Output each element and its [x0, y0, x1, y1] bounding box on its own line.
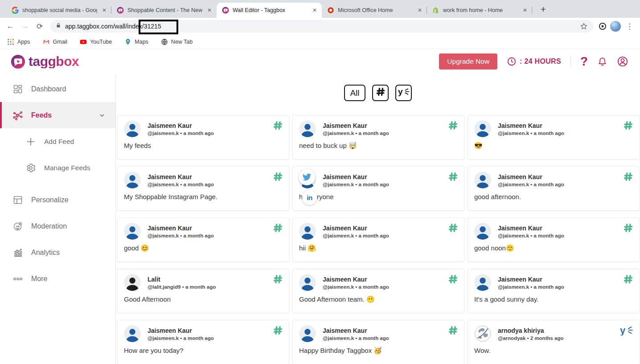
post-content: It's a good sunny day.: [474, 295, 633, 303]
tab-close-button[interactable]: ✕: [416, 7, 423, 13]
tab-close-button[interactable]: ✕: [311, 7, 318, 13]
extension-icon[interactable]: [598, 22, 607, 31]
browser-tab-work-from-home-home[interactable]: work from home - Home ✕: [427, 3, 532, 18]
browser-tab-microsoft-office-home[interactable]: Microsoft Office Home ✕: [322, 3, 427, 18]
post-card[interactable]: Lalit @lalit.jangid9 • a month ago Good …: [117, 269, 289, 313]
post-card[interactable]: Jaismeen Kaur @jaismeen.k • a month ago …: [468, 115, 640, 160]
post-avatar: [299, 223, 316, 240]
yammer-icon: y: [620, 325, 633, 335]
app-header: taggbox Upgrade Now : 24 HOURS ?: [0, 49, 640, 74]
sidebar-item-dashboard[interactable]: Dashboard: [0, 76, 115, 102]
post-content: good noon🙂: [474, 244, 633, 252]
sidebar-item-moderation[interactable]: Moderation: [0, 213, 115, 239]
post-author-name: Jaismeen Kaur: [498, 276, 564, 283]
filter-yammer-button[interactable]: y: [395, 85, 412, 101]
browser-toolbar: ← → ⟳ app.taggbox.com/wall/index/31215 ⋮: [0, 18, 640, 35]
post-card[interactable]: Jaismeen Kaur @jaismeen.k • a month ago …: [292, 166, 464, 211]
post-card[interactable]: Jaismeen Kaur @jaismeen.k • a month ago …: [117, 320, 289, 364]
browser-profile-avatar[interactable]: [610, 21, 621, 32]
post-card[interactable]: Jaismeen Kaur @jaismeen.k • a month ago …: [117, 115, 289, 160]
custom-feed-hashtag-icon: [273, 172, 283, 182]
tab-title: work from home - Home: [443, 7, 518, 13]
post-card[interactable]: Jaismeen Kaur @jaismeen.k • a month ago …: [292, 320, 464, 364]
post-author-name: arnodya khiriya: [498, 327, 564, 334]
sidebar-item-add-feed[interactable]: Add Feed: [0, 128, 115, 155]
filter-custom-posts-button[interactable]: [372, 85, 389, 101]
bookmark-label: YouTube: [90, 39, 112, 45]
browser-tab-shoppable-social-media-goog[interactable]: shoppable social media - Goog ✕: [6, 3, 111, 18]
header-divider: [570, 56, 571, 67]
sidebar-item-analytics[interactable]: Analytics: [0, 239, 115, 266]
sidebar-item-label: Moderation: [31, 222, 67, 230]
upgrade-now-button[interactable]: Upgrade Now: [439, 53, 497, 70]
tab-close-button[interactable]: ✕: [101, 7, 108, 13]
post-card[interactable]: Jaismeen Kaur @jaismeen.k • a month ago …: [292, 269, 464, 313]
post-author-name: Jaismeen Kaur: [148, 122, 214, 129]
custom-feed-hashtag-icon: [448, 274, 458, 284]
browser-menu-icon[interactable]: ⋮: [624, 22, 636, 31]
bookmark-star-icon[interactable]: [580, 22, 588, 30]
bookmark-maps[interactable]: Maps: [124, 38, 148, 45]
tab-title: Microsoft Office Home: [338, 7, 413, 13]
post-meta: @jaismeen.k • a month ago: [323, 233, 389, 238]
post-meta: @jaismeen.k • a month ago: [148, 233, 214, 238]
post-content: My Shoppable Instagram Page.: [124, 193, 283, 200]
posts-grid: Jaismeen Kaur @jaismeen.k • a month ago …: [117, 115, 640, 364]
twitter-overlay-icon: [299, 169, 315, 185]
new-tab-button[interactable]: +: [537, 3, 550, 16]
account-profile-icon[interactable]: [617, 56, 628, 67]
post-avatar: [299, 274, 316, 291]
custom-feed-hashtag-icon: [273, 325, 283, 335]
post-card[interactable]: Jaismeen Kaur @jaismeen.k • a month ago …: [292, 217, 464, 262]
custom-feed-hashtag-icon: [273, 223, 283, 233]
taggbox-favicon: [117, 7, 124, 14]
sidebar-item-personalize[interactable]: Personalize: [0, 187, 115, 213]
custom-feed-hashtag-icon: [273, 120, 283, 131]
custom-feed-hashtag-icon: [448, 223, 458, 233]
tab-close-button[interactable]: ✕: [521, 7, 529, 13]
bookmark-label: Gmail: [53, 39, 68, 45]
post-card[interactable]: Jaismeen Kaur @jaismeen.k • a month ago …: [468, 217, 640, 262]
taggbox-logo[interactable]: taggbox: [11, 54, 79, 69]
browser-tab-wall-editor-taggbox[interactable]: Wall Editor - Taggbox ✕: [217, 3, 322, 18]
custom-feed-hashtag-icon: [623, 223, 633, 233]
post-card[interactable]: Jaismeen Kaur @jaismeen.k • a month ago …: [117, 166, 289, 211]
post-card[interactable]: Jaismeen Kaur @jaismeen.k • a month ago …: [117, 217, 289, 262]
gmail-icon: [43, 38, 50, 45]
filter-all-button[interactable]: All: [344, 85, 366, 101]
post-avatar: [124, 325, 141, 342]
post-card[interactable]: Jaismeen Kaur @jaismeen.k • a month ago …: [468, 269, 640, 313]
bookmark-youtube[interactable]: YouTube: [80, 38, 112, 45]
forward-button[interactable]: →: [19, 22, 31, 31]
tab-title: Wall Editor - Taggbox: [233, 7, 308, 13]
sidebar-item-manage-feeds[interactable]: Manage Feeds: [0, 155, 115, 181]
post-card[interactable]: arnodya khiriya @arnodyak • 2 months ago…: [468, 320, 640, 364]
bookmark-gmail[interactable]: Gmail: [43, 38, 68, 45]
tab-close-button[interactable]: ✕: [206, 7, 213, 13]
post-card[interactable]: Jaismeen Kaur @jaismeen.k • a month ago …: [292, 115, 464, 160]
svg-text:y: y: [398, 87, 403, 96]
post-content: hi everyone: [299, 193, 458, 200]
sidebar-item-label: Add Feed: [44, 138, 74, 146]
post-card[interactable]: Jaismeen Kaur @jaismeen.k • a month ago …: [468, 166, 640, 211]
post-meta: @jaismeen.k • a month ago: [148, 182, 214, 187]
browser-tab-shoppable-content-the-new[interactable]: Shoppable Content - The New ✕: [111, 3, 217, 18]
google-favicon: [12, 7, 19, 14]
gear-icon: [25, 163, 36, 173]
plus-icon: [25, 136, 36, 147]
sidebar-item-more[interactable]: More: [0, 266, 115, 292]
tab-title: Shoppable Content - The New: [127, 7, 202, 13]
help-icon[interactable]: ?: [580, 55, 588, 68]
bookmark-apps[interactable]: Apps: [7, 38, 30, 45]
post-avatar: [474, 120, 491, 137]
sidebar-item-label: Personalize: [31, 196, 69, 204]
back-button[interactable]: ←: [4, 22, 16, 31]
notifications-bell-icon[interactable]: [597, 57, 607, 67]
post-content: good 😊: [124, 244, 283, 252]
address-bar[interactable]: app.taggbox.com/wall/index/31215: [50, 20, 593, 33]
bookmark-new-tab[interactable]: New Tab: [161, 38, 193, 45]
sidebar-item-feeds[interactable]: Feeds: [0, 102, 115, 128]
taggbox-favicon: [222, 7, 229, 14]
post-author-name: Jaismeen Kaur: [323, 225, 389, 232]
refresh-button[interactable]: ⟳: [34, 22, 45, 31]
